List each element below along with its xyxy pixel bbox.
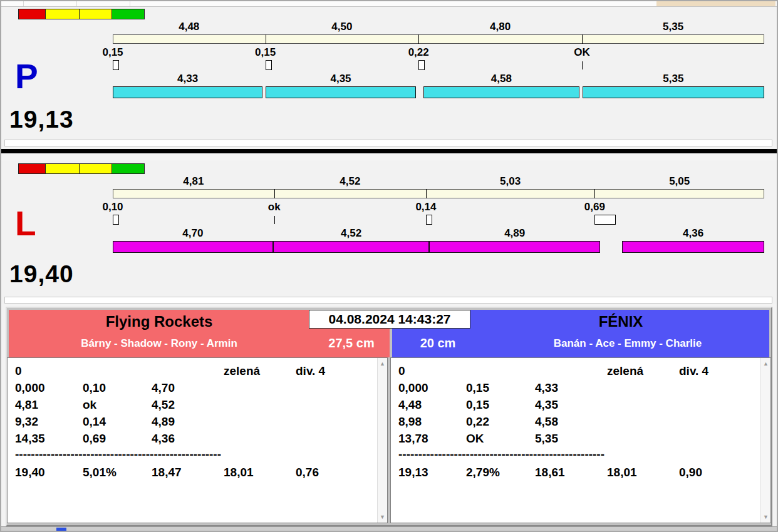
separator-row: ----------------------------------------… xyxy=(15,448,376,464)
run-time-label: 4,35 xyxy=(330,73,351,85)
traffic-light-segment xyxy=(112,9,144,19)
right-results-text: 0zelenádiv. 40,0000,154,334,480,154,358,… xyxy=(391,358,760,523)
right-team-dogs: Banán - Ace - Emmy - Charlie xyxy=(486,337,769,350)
run-bar-segment xyxy=(113,86,262,98)
result-row: 8,980,224,58 xyxy=(398,414,760,431)
traffic-light-segment xyxy=(79,9,112,19)
left-jump-height: 27,5 cm xyxy=(317,336,386,350)
lane-letter-L: L xyxy=(15,207,36,241)
traffic-light-bar xyxy=(18,163,145,174)
result-cell: 4,48 xyxy=(398,397,466,414)
run-bar-segment xyxy=(423,86,579,98)
result-cell: 5,35 xyxy=(535,431,607,448)
result-cell xyxy=(296,397,376,414)
result-cell: 4,70 xyxy=(152,380,224,397)
run-bar xyxy=(113,241,764,253)
result-cell xyxy=(679,414,760,431)
result-cell: 0 xyxy=(398,363,466,380)
result-cell: 4,81 xyxy=(15,397,83,414)
result-row: 0zelenádiv. 4 xyxy=(398,363,760,380)
run-time-label: 4,33 xyxy=(177,73,198,85)
traffic-light-segment xyxy=(112,164,144,173)
top-strip-divider xyxy=(130,1,130,6)
result-cell: 8,98 xyxy=(398,414,466,431)
result-cell: div. 4 xyxy=(679,363,760,380)
lane-P: P 4,484,504,805,35 0,150,150,22OK 4,334,… xyxy=(1,7,777,147)
result-row: 19,405,01%18,4718,010,76 xyxy=(15,464,376,481)
status-strip xyxy=(4,297,772,304)
taskbar-chip xyxy=(56,528,66,531)
split-time-label: 4,81 xyxy=(183,175,204,188)
left-results-box: 0zelenádiv. 40,0000,104,704,81ok4,529,32… xyxy=(7,357,388,523)
run-time-label: 4,36 xyxy=(683,227,703,240)
split-time-label: 5,35 xyxy=(663,21,683,33)
scoreboard-panel: Flying Rockets Bárny - Shadow - Rony - A… xyxy=(6,307,772,526)
run-bar-segment xyxy=(429,241,599,253)
window-top-strip xyxy=(1,1,777,7)
app-window: P 4,484,504,805,35 0,150,150,22OK 4,334,… xyxy=(0,0,778,532)
result-cell: zelená xyxy=(607,363,679,380)
split-times-row: 4,484,504,805,35 xyxy=(113,21,764,33)
scroll-up-icon[interactable]: ▲ xyxy=(761,360,770,367)
result-cell xyxy=(607,397,679,414)
left-results-text: 0zelenádiv. 40,0000,104,704,81ok4,529,32… xyxy=(8,358,376,523)
top-strip-divider xyxy=(76,1,77,6)
left-team-name: Flying Rockets xyxy=(9,313,309,330)
scoreboard-header: Flying Rockets Bárny - Shadow - Rony - A… xyxy=(9,310,769,357)
result-cell xyxy=(296,431,376,448)
result-cell: 0,15 xyxy=(466,397,535,414)
traffic-light-segment xyxy=(45,9,79,19)
run-time-label: 4,58 xyxy=(491,73,512,85)
result-cell: 0,69 xyxy=(83,431,152,448)
left-scrollbar[interactable]: ▲ ▼ xyxy=(377,358,387,523)
segment-divider xyxy=(266,34,266,44)
result-cell: 4,52 xyxy=(152,397,224,414)
result-cell xyxy=(607,380,679,397)
result-cell: ok xyxy=(83,397,152,414)
pass-marker-tick xyxy=(582,61,583,69)
run-bar-segment xyxy=(113,241,273,253)
result-cell: 19,40 xyxy=(15,464,83,481)
result-cell: 18,01 xyxy=(224,464,296,481)
scroll-up-icon[interactable]: ▲ xyxy=(378,360,387,367)
result-row: 19,132,79%18,6118,010,90 xyxy=(398,464,760,481)
scroll-down-icon[interactable]: ▼ xyxy=(378,513,387,521)
right-scrollbar[interactable]: ▲ ▼ xyxy=(760,358,770,523)
run-bar-segment xyxy=(583,86,764,98)
right-team-name: FÉNIX xyxy=(472,313,769,330)
result-cell xyxy=(224,380,296,397)
segment-divider xyxy=(274,189,275,198)
result-cell: 0,22 xyxy=(466,414,535,431)
split-time-label: 5,05 xyxy=(669,175,690,188)
result-cell xyxy=(535,363,607,380)
pass-marker-box xyxy=(266,60,272,70)
result-cell: 0,000 xyxy=(398,380,466,397)
split-time-label: 5,03 xyxy=(500,175,521,188)
split-bar xyxy=(113,34,764,44)
right-results-box: 0zelenádiv. 40,0000,154,334,480,154,358,… xyxy=(390,357,771,523)
split-times-row: 4,814,525,035,05 xyxy=(113,175,764,188)
result-cell: OK xyxy=(466,431,535,448)
left-team-dogs: Bárny - Shadow - Rony - Armin xyxy=(9,337,309,350)
result-cell xyxy=(83,363,152,380)
result-row: 0,0000,154,33 xyxy=(398,380,760,397)
pass-marker-box xyxy=(426,215,432,225)
split-time-label: 4,52 xyxy=(340,175,360,188)
pass-marker-box xyxy=(113,60,119,70)
scroll-down-icon[interactable]: ▼ xyxy=(761,513,770,521)
result-cell xyxy=(224,431,296,448)
result-cell: 4,36 xyxy=(152,431,224,448)
lane-total-time-L: 19,40 xyxy=(9,260,74,288)
run-bar-segment xyxy=(273,241,430,253)
segment-divider xyxy=(594,189,595,198)
pass-time-label: ok xyxy=(268,201,281,213)
traffic-light-segment xyxy=(79,164,112,173)
result-cell xyxy=(296,414,376,431)
split-bar xyxy=(113,189,764,198)
pass-time-label: 0,69 xyxy=(584,201,605,213)
lane-letter-P: P xyxy=(15,59,38,94)
traffic-light-segment xyxy=(19,9,45,19)
result-cell: 0,15 xyxy=(466,380,535,397)
result-cell: 4,35 xyxy=(535,397,607,414)
result-cell xyxy=(607,414,679,431)
